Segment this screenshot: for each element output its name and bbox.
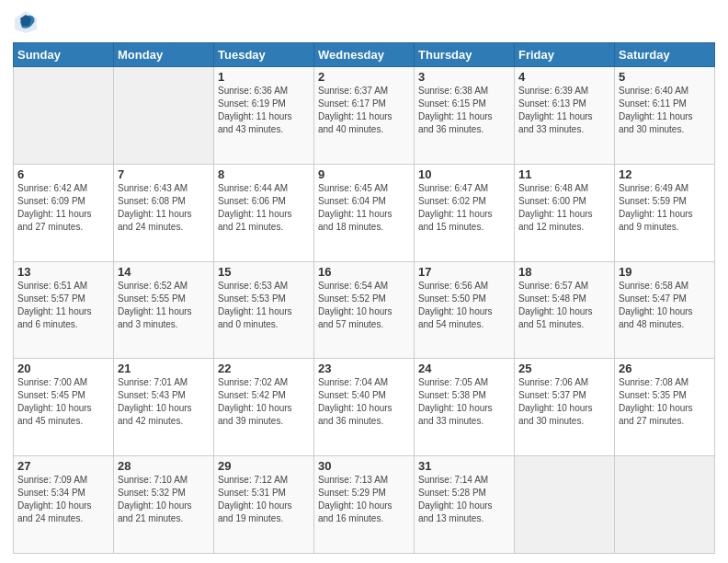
week-row-3: 13Sunrise: 6:51 AM Sunset: 5:57 PM Dayli… [14,261,715,359]
calendar-cell: 12Sunrise: 6:49 AM Sunset: 5:59 PM Dayli… [615,164,715,261]
calendar-cell: 4Sunrise: 6:39 AM Sunset: 6:13 PM Daylig… [515,67,615,165]
day-info: Sunrise: 7:10 AM Sunset: 5:32 PM Dayligh… [118,474,210,525]
day-number: 21 [118,362,210,375]
calendar-cell: 15Sunrise: 6:53 AM Sunset: 5:53 PM Dayli… [214,261,314,359]
day-info: Sunrise: 6:52 AM Sunset: 5:55 PM Dayligh… [118,280,210,331]
calendar-cell: 18Sunrise: 6:57 AM Sunset: 5:48 PM Dayli… [515,261,615,359]
day-info: Sunrise: 6:36 AM Sunset: 6:19 PM Dayligh… [218,85,310,136]
day-number: 14 [118,265,210,279]
calendar-cell: 6Sunrise: 6:42 AM Sunset: 6:09 PM Daylig… [14,164,114,261]
calendar-table: SundayMondayTuesdayWednesdayThursdayFrid… [13,42,715,554]
calendar-cell: 26Sunrise: 7:08 AM Sunset: 5:35 PM Dayli… [615,359,715,456]
weekday-header-row: SundayMondayTuesdayWednesdayThursdayFrid… [14,43,715,67]
calendar-cell: 28Sunrise: 7:10 AM Sunset: 5:32 PM Dayli… [114,456,214,554]
calendar-cell: 10Sunrise: 6:47 AM Sunset: 6:02 PM Dayli… [415,164,515,261]
day-info: Sunrise: 6:47 AM Sunset: 6:02 PM Dayligh… [418,182,510,234]
day-number: 22 [218,362,310,375]
day-info: Sunrise: 7:12 AM Sunset: 5:31 PM Dayligh… [218,474,310,525]
day-info: Sunrise: 7:00 AM Sunset: 5:45 PM Dayligh… [17,376,109,428]
day-number: 29 [218,459,310,473]
day-number: 12 [619,167,711,181]
calendar-cell: 7Sunrise: 6:43 AM Sunset: 6:08 PM Daylig… [114,164,214,261]
calendar-cell: 19Sunrise: 6:58 AM Sunset: 5:47 PM Dayli… [615,261,715,359]
weekday-saturday: Saturday [615,43,715,67]
weekday-tuesday: Tuesday [214,43,314,67]
day-info: Sunrise: 6:43 AM Sunset: 6:08 PM Dayligh… [118,182,210,234]
day-info: Sunrise: 6:54 AM Sunset: 5:52 PM Dayligh… [318,280,410,331]
logo [13,9,42,35]
calendar-cell: 13Sunrise: 6:51 AM Sunset: 5:57 PM Dayli… [14,261,114,359]
day-number: 31 [418,459,510,473]
calendar-cell: 2Sunrise: 6:37 AM Sunset: 6:17 PM Daylig… [314,67,415,165]
day-number: 3 [418,70,510,84]
day-info: Sunrise: 6:45 AM Sunset: 6:04 PM Dayligh… [318,182,410,234]
calendar-cell: 5Sunrise: 6:40 AM Sunset: 6:11 PM Daylig… [615,67,715,165]
calendar-cell: 30Sunrise: 7:13 AM Sunset: 5:29 PM Dayli… [314,456,415,554]
calendar-cell: 14Sunrise: 6:52 AM Sunset: 5:55 PM Dayli… [114,261,214,359]
day-info: Sunrise: 7:13 AM Sunset: 5:29 PM Dayligh… [318,474,410,525]
weekday-monday: Monday [114,43,214,67]
week-row-4: 20Sunrise: 7:00 AM Sunset: 5:45 PM Dayli… [14,359,715,456]
page: SundayMondayTuesdayWednesdayThursdayFrid… [0,0,728,563]
calendar-cell: 8Sunrise: 6:44 AM Sunset: 6:06 PM Daylig… [214,164,314,261]
day-info: Sunrise: 6:38 AM Sunset: 6:15 PM Dayligh… [418,85,510,136]
calendar-cell: 25Sunrise: 7:06 AM Sunset: 5:37 PM Dayli… [515,359,615,456]
day-info: Sunrise: 6:42 AM Sunset: 6:09 PM Dayligh… [17,182,109,234]
day-number: 25 [518,362,610,375]
calendar-cell [615,456,715,554]
calendar-cell: 1Sunrise: 6:36 AM Sunset: 6:19 PM Daylig… [214,67,314,165]
day-info: Sunrise: 6:58 AM Sunset: 5:47 PM Dayligh… [619,280,711,331]
header [13,9,715,35]
logo-icon [13,9,39,35]
day-info: Sunrise: 7:01 AM Sunset: 5:43 PM Dayligh… [118,376,210,428]
weekday-sunday: Sunday [14,43,114,67]
day-info: Sunrise: 7:08 AM Sunset: 5:35 PM Dayligh… [619,376,711,428]
weekday-friday: Friday [515,43,615,67]
day-info: Sunrise: 6:44 AM Sunset: 6:06 PM Dayligh… [218,182,310,234]
week-row-2: 6Sunrise: 6:42 AM Sunset: 6:09 PM Daylig… [14,164,715,261]
day-number: 15 [218,265,310,279]
day-number: 8 [218,167,310,181]
day-number: 16 [318,265,410,279]
day-number: 18 [518,265,610,279]
day-number: 5 [619,70,711,84]
day-number: 2 [318,70,410,84]
week-row-1: 1Sunrise: 6:36 AM Sunset: 6:19 PM Daylig… [14,67,715,165]
calendar-cell: 16Sunrise: 6:54 AM Sunset: 5:52 PM Dayli… [314,261,415,359]
day-number: 11 [518,167,610,181]
day-number: 10 [418,167,510,181]
week-row-5: 27Sunrise: 7:09 AM Sunset: 5:34 PM Dayli… [14,456,715,554]
day-number: 1 [218,70,310,84]
day-info: Sunrise: 7:04 AM Sunset: 5:40 PM Dayligh… [318,376,410,428]
day-info: Sunrise: 7:09 AM Sunset: 5:34 PM Dayligh… [17,474,109,525]
day-number: 4 [518,70,610,84]
calendar-cell: 31Sunrise: 7:14 AM Sunset: 5:28 PM Dayli… [415,456,515,554]
day-info: Sunrise: 6:40 AM Sunset: 6:11 PM Dayligh… [619,85,711,136]
day-info: Sunrise: 7:14 AM Sunset: 5:28 PM Dayligh… [418,474,510,525]
calendar-cell: 3Sunrise: 6:38 AM Sunset: 6:15 PM Daylig… [415,67,515,165]
day-number: 19 [619,265,711,279]
calendar-cell [114,67,214,165]
day-number: 20 [17,362,109,375]
day-info: Sunrise: 6:56 AM Sunset: 5:50 PM Dayligh… [418,280,510,331]
day-info: Sunrise: 7:06 AM Sunset: 5:37 PM Dayligh… [518,376,610,428]
day-number: 26 [619,362,711,375]
day-number: 9 [318,167,410,181]
day-number: 27 [17,459,109,473]
calendar-cell: 27Sunrise: 7:09 AM Sunset: 5:34 PM Dayli… [14,456,114,554]
day-info: Sunrise: 7:02 AM Sunset: 5:42 PM Dayligh… [218,376,310,428]
day-info: Sunrise: 6:57 AM Sunset: 5:48 PM Dayligh… [518,280,610,331]
day-info: Sunrise: 6:48 AM Sunset: 6:00 PM Dayligh… [518,182,610,234]
day-info: Sunrise: 7:05 AM Sunset: 5:38 PM Dayligh… [418,376,510,428]
weekday-thursday: Thursday [415,43,515,67]
calendar-cell: 21Sunrise: 7:01 AM Sunset: 5:43 PM Dayli… [114,359,214,456]
weekday-wednesday: Wednesday [314,43,415,67]
calendar-cell: 9Sunrise: 6:45 AM Sunset: 6:04 PM Daylig… [314,164,415,261]
day-info: Sunrise: 6:37 AM Sunset: 6:17 PM Dayligh… [318,85,410,136]
day-number: 28 [118,459,210,473]
day-info: Sunrise: 6:53 AM Sunset: 5:53 PM Dayligh… [218,280,310,331]
day-info: Sunrise: 6:51 AM Sunset: 5:57 PM Dayligh… [17,280,109,331]
day-number: 30 [318,459,410,473]
day-info: Sunrise: 6:39 AM Sunset: 6:13 PM Dayligh… [518,85,610,136]
day-number: 23 [318,362,410,375]
